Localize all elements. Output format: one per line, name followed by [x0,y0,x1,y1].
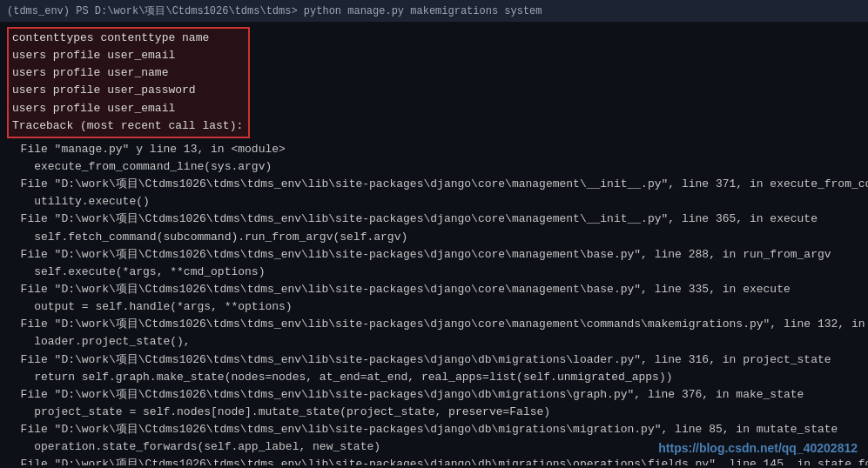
line-7: File "manage.py" y line 13, in <module> [7,141,861,158]
watermark-text: https://blog.csdn.net/qq_40202812 [658,441,858,455]
line-21: File "D:\work\项目\Ctdms1026\tdms\tdms_env… [7,386,861,404]
line-13: File "D:\work\项目\Ctdms1026\tdms\tdms_env… [7,246,861,264]
line-15: File "D:\work\项目\Ctdms1026\tdms\tdms_env… [7,281,861,298]
line-14: self.execute(*args, **cmd_options) [7,264,861,281]
terminal-content: contenttypes contenttype name users prof… [0,22,868,465]
line-9: File "D:\work\项目\Ctdms1026\tdms\tdms_env… [7,176,861,193]
line-25: File "D:\work\项目\Ctdms1026\tdms\tdms_env… [7,456,861,465]
line-1: contenttypes contenttype name [12,30,243,47]
line-8: execute_from_command_line(sys.argv) [7,158,861,176]
line-12: self.fetch_command(subcommand).run_from_… [7,229,861,246]
terminal-window: (tdms_env) PS D:\work\项目\Ctdms1026\tdms\… [0,0,868,468]
line-3: users profile user_name [12,64,243,82]
line-10: utility.execute() [7,193,861,211]
line-4: users profile user_password [12,82,243,99]
line-22: project_state = self.nodes[node].mutate_… [7,404,861,421]
line-16: output = self.handle(*args, **options) [7,298,861,316]
line-6: Traceback (most recent call last): [12,117,243,135]
line-23: File "D:\work\项目\Ctdms1026\tdms\tdms_env… [7,421,861,438]
line-19: File "D:\work\项目\Ctdms1026\tdms\tdms_env… [7,351,861,369]
line-5: users profile user_email [12,100,243,117]
line-18: loader.project_state(), [7,333,861,351]
line-11: File "D:\work\项目\Ctdms1026\tdms\tdms_env… [7,211,861,228]
terminal-title: (tdms_env) PS D:\work\项目\Ctdms1026\tdms\… [0,0,868,22]
line-20: return self.graph.make_state(nodes=nodes… [7,369,861,386]
title-text: (tdms_env) PS D:\work\项目\Ctdms1026\tdms\… [7,5,542,17]
line-2: users profile user_email [12,47,243,64]
watermark: https://blog.csdn.net/qq_40202812 [658,441,858,455]
line-17: File "D:\work\项目\Ctdms1026\tdms\tdms_env… [7,316,861,333]
